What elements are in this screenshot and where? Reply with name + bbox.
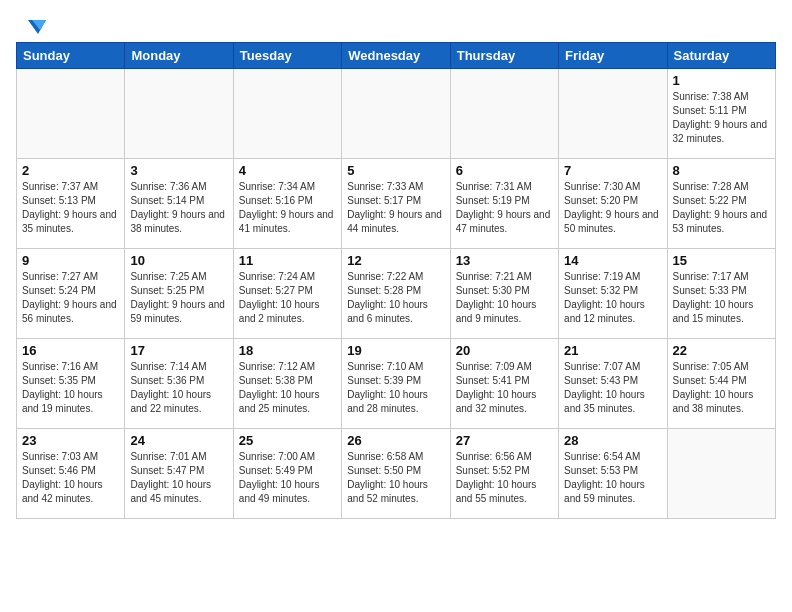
day-number: 4 bbox=[239, 163, 336, 178]
logo bbox=[16, 16, 48, 32]
day-number: 20 bbox=[456, 343, 553, 358]
day-info: Sunrise: 7:05 AM Sunset: 5:44 PM Dayligh… bbox=[673, 360, 770, 416]
calendar-cell: 13Sunrise: 7:21 AM Sunset: 5:30 PM Dayli… bbox=[450, 249, 558, 339]
day-info: Sunrise: 7:24 AM Sunset: 5:27 PM Dayligh… bbox=[239, 270, 336, 326]
day-number: 19 bbox=[347, 343, 444, 358]
calendar-cell: 10Sunrise: 7:25 AM Sunset: 5:25 PM Dayli… bbox=[125, 249, 233, 339]
day-info: Sunrise: 7:25 AM Sunset: 5:25 PM Dayligh… bbox=[130, 270, 227, 326]
calendar-cell: 8Sunrise: 7:28 AM Sunset: 5:22 PM Daylig… bbox=[667, 159, 775, 249]
day-number: 2 bbox=[22, 163, 119, 178]
day-number: 5 bbox=[347, 163, 444, 178]
day-number: 22 bbox=[673, 343, 770, 358]
day-info: Sunrise: 7:19 AM Sunset: 5:32 PM Dayligh… bbox=[564, 270, 661, 326]
calendar-cell: 19Sunrise: 7:10 AM Sunset: 5:39 PM Dayli… bbox=[342, 339, 450, 429]
day-number: 21 bbox=[564, 343, 661, 358]
col-header-sunday: Sunday bbox=[17, 43, 125, 69]
calendar-cell bbox=[233, 69, 341, 159]
day-number: 26 bbox=[347, 433, 444, 448]
day-number: 3 bbox=[130, 163, 227, 178]
calendar-cell bbox=[667, 429, 775, 519]
calendar-cell: 15Sunrise: 7:17 AM Sunset: 5:33 PM Dayli… bbox=[667, 249, 775, 339]
day-info: Sunrise: 7:28 AM Sunset: 5:22 PM Dayligh… bbox=[673, 180, 770, 236]
calendar-cell: 5Sunrise: 7:33 AM Sunset: 5:17 PM Daylig… bbox=[342, 159, 450, 249]
calendar-cell: 11Sunrise: 7:24 AM Sunset: 5:27 PM Dayli… bbox=[233, 249, 341, 339]
day-info: Sunrise: 7:00 AM Sunset: 5:49 PM Dayligh… bbox=[239, 450, 336, 506]
calendar-cell: 7Sunrise: 7:30 AM Sunset: 5:20 PM Daylig… bbox=[559, 159, 667, 249]
day-info: Sunrise: 7:12 AM Sunset: 5:38 PM Dayligh… bbox=[239, 360, 336, 416]
day-number: 12 bbox=[347, 253, 444, 268]
col-header-monday: Monday bbox=[125, 43, 233, 69]
day-number: 10 bbox=[130, 253, 227, 268]
day-info: Sunrise: 7:21 AM Sunset: 5:30 PM Dayligh… bbox=[456, 270, 553, 326]
day-info: Sunrise: 7:27 AM Sunset: 5:24 PM Dayligh… bbox=[22, 270, 119, 326]
calendar-week-1: 1Sunrise: 7:38 AM Sunset: 5:11 PM Daylig… bbox=[17, 69, 776, 159]
day-info: Sunrise: 7:30 AM Sunset: 5:20 PM Dayligh… bbox=[564, 180, 661, 236]
calendar-cell bbox=[450, 69, 558, 159]
day-number: 17 bbox=[130, 343, 227, 358]
calendar-table: SundayMondayTuesdayWednesdayThursdayFrid… bbox=[16, 42, 776, 519]
day-info: Sunrise: 7:33 AM Sunset: 5:17 PM Dayligh… bbox=[347, 180, 444, 236]
day-number: 25 bbox=[239, 433, 336, 448]
calendar-cell: 1Sunrise: 7:38 AM Sunset: 5:11 PM Daylig… bbox=[667, 69, 775, 159]
day-info: Sunrise: 7:01 AM Sunset: 5:47 PM Dayligh… bbox=[130, 450, 227, 506]
day-info: Sunrise: 7:22 AM Sunset: 5:28 PM Dayligh… bbox=[347, 270, 444, 326]
day-info: Sunrise: 7:36 AM Sunset: 5:14 PM Dayligh… bbox=[130, 180, 227, 236]
day-info: Sunrise: 7:07 AM Sunset: 5:43 PM Dayligh… bbox=[564, 360, 661, 416]
calendar-cell: 14Sunrise: 7:19 AM Sunset: 5:32 PM Dayli… bbox=[559, 249, 667, 339]
calendar-cell: 4Sunrise: 7:34 AM Sunset: 5:16 PM Daylig… bbox=[233, 159, 341, 249]
calendar-cell: 20Sunrise: 7:09 AM Sunset: 5:41 PM Dayli… bbox=[450, 339, 558, 429]
calendar-week-5: 23Sunrise: 7:03 AM Sunset: 5:46 PM Dayli… bbox=[17, 429, 776, 519]
day-number: 1 bbox=[673, 73, 770, 88]
col-header-wednesday: Wednesday bbox=[342, 43, 450, 69]
day-number: 11 bbox=[239, 253, 336, 268]
day-number: 14 bbox=[564, 253, 661, 268]
day-number: 24 bbox=[130, 433, 227, 448]
day-info: Sunrise: 7:34 AM Sunset: 5:16 PM Dayligh… bbox=[239, 180, 336, 236]
calendar-cell: 22Sunrise: 7:05 AM Sunset: 5:44 PM Dayli… bbox=[667, 339, 775, 429]
day-number: 28 bbox=[564, 433, 661, 448]
calendar-cell: 26Sunrise: 6:58 AM Sunset: 5:50 PM Dayli… bbox=[342, 429, 450, 519]
day-info: Sunrise: 7:10 AM Sunset: 5:39 PM Dayligh… bbox=[347, 360, 444, 416]
calendar-week-4: 16Sunrise: 7:16 AM Sunset: 5:35 PM Dayli… bbox=[17, 339, 776, 429]
day-number: 16 bbox=[22, 343, 119, 358]
calendar-week-3: 9Sunrise: 7:27 AM Sunset: 5:24 PM Daylig… bbox=[17, 249, 776, 339]
day-number: 6 bbox=[456, 163, 553, 178]
calendar-cell: 17Sunrise: 7:14 AM Sunset: 5:36 PM Dayli… bbox=[125, 339, 233, 429]
day-number: 8 bbox=[673, 163, 770, 178]
day-number: 13 bbox=[456, 253, 553, 268]
day-info: Sunrise: 7:09 AM Sunset: 5:41 PM Dayligh… bbox=[456, 360, 553, 416]
calendar-cell: 9Sunrise: 7:27 AM Sunset: 5:24 PM Daylig… bbox=[17, 249, 125, 339]
day-info: Sunrise: 7:31 AM Sunset: 5:19 PM Dayligh… bbox=[456, 180, 553, 236]
calendar-cell bbox=[559, 69, 667, 159]
day-info: Sunrise: 7:16 AM Sunset: 5:35 PM Dayligh… bbox=[22, 360, 119, 416]
col-header-friday: Friday bbox=[559, 43, 667, 69]
calendar-header-row: SundayMondayTuesdayWednesdayThursdayFrid… bbox=[17, 43, 776, 69]
calendar-cell bbox=[342, 69, 450, 159]
calendar-cell: 23Sunrise: 7:03 AM Sunset: 5:46 PM Dayli… bbox=[17, 429, 125, 519]
day-info: Sunrise: 6:54 AM Sunset: 5:53 PM Dayligh… bbox=[564, 450, 661, 506]
day-number: 27 bbox=[456, 433, 553, 448]
calendar-cell: 27Sunrise: 6:56 AM Sunset: 5:52 PM Dayli… bbox=[450, 429, 558, 519]
calendar-cell: 18Sunrise: 7:12 AM Sunset: 5:38 PM Dayli… bbox=[233, 339, 341, 429]
day-number: 23 bbox=[22, 433, 119, 448]
day-number: 9 bbox=[22, 253, 119, 268]
col-header-tuesday: Tuesday bbox=[233, 43, 341, 69]
calendar-cell bbox=[125, 69, 233, 159]
calendar-cell: 3Sunrise: 7:36 AM Sunset: 5:14 PM Daylig… bbox=[125, 159, 233, 249]
day-number: 15 bbox=[673, 253, 770, 268]
day-info: Sunrise: 7:17 AM Sunset: 5:33 PM Dayligh… bbox=[673, 270, 770, 326]
calendar-cell: 28Sunrise: 6:54 AM Sunset: 5:53 PM Dayli… bbox=[559, 429, 667, 519]
calendar-cell: 2Sunrise: 7:37 AM Sunset: 5:13 PM Daylig… bbox=[17, 159, 125, 249]
calendar-week-2: 2Sunrise: 7:37 AM Sunset: 5:13 PM Daylig… bbox=[17, 159, 776, 249]
calendar-cell: 21Sunrise: 7:07 AM Sunset: 5:43 PM Dayli… bbox=[559, 339, 667, 429]
day-info: Sunrise: 6:56 AM Sunset: 5:52 PM Dayligh… bbox=[456, 450, 553, 506]
col-header-saturday: Saturday bbox=[667, 43, 775, 69]
calendar-cell: 24Sunrise: 7:01 AM Sunset: 5:47 PM Dayli… bbox=[125, 429, 233, 519]
calendar-cell: 12Sunrise: 7:22 AM Sunset: 5:28 PM Dayli… bbox=[342, 249, 450, 339]
calendar-cell bbox=[17, 69, 125, 159]
day-info: Sunrise: 7:14 AM Sunset: 5:36 PM Dayligh… bbox=[130, 360, 227, 416]
day-info: Sunrise: 7:37 AM Sunset: 5:13 PM Dayligh… bbox=[22, 180, 119, 236]
day-number: 7 bbox=[564, 163, 661, 178]
day-number: 18 bbox=[239, 343, 336, 358]
day-info: Sunrise: 7:03 AM Sunset: 5:46 PM Dayligh… bbox=[22, 450, 119, 506]
